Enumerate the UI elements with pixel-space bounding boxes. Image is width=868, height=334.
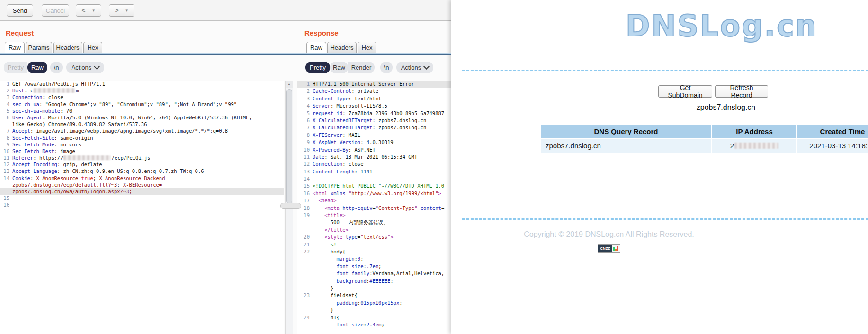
raw-button[interactable]: Raw <box>330 62 348 73</box>
line-content: request-id: 7ca78b4a-2396-43b0-89b5-6a74… <box>313 110 444 117</box>
line-number: 6 <box>297 117 313 124</box>
code-line: 23 fieldset{ <box>297 292 451 299</box>
code-line: 3Connection: close <box>0 94 284 100</box>
burp-repeater-window: Send Cancel < ▼ > ▼ Request Raw Params H… <box>0 0 451 334</box>
line-content: Accept-Encoding: gzip, deflate <box>12 161 102 168</box>
line-content: X-FEServer: MAIL <box>313 132 360 139</box>
code-line: padding:015px10px15px; <box>297 299 451 307</box>
tab-response-headers[interactable]: Headers <box>327 42 357 53</box>
code-line: </title> <box>297 226 451 234</box>
tab-response-hex[interactable]: Hex <box>358 42 376 53</box>
line-number: 5 <box>297 110 313 117</box>
tab-request-raw[interactable]: Raw <box>5 42 25 53</box>
code-line: 14Cookie: X-AnonResource=true; X-AnonRes… <box>0 175 284 181</box>
line-content: <!-- <box>313 241 342 248</box>
dnslog-browser-window: DNSLog.cn Get SubDomain Refresh Record z… <box>451 0 868 334</box>
line-number: 5 <box>0 108 12 114</box>
forward-button[interactable]: > ▼ <box>109 4 134 17</box>
scrollbar-thumb[interactable] <box>286 89 292 204</box>
line-content: sec-ch-ua: "Google Chrome";v="89", "Chro… <box>12 101 237 108</box>
chevron-down-icon <box>423 63 430 70</box>
back-icon: < <box>81 7 85 14</box>
line-content: X-Powered-By: ASP.NET <box>313 146 376 153</box>
line-content: Host: cm <box>12 87 79 94</box>
code-line: 3Content-Type: text/html <box>297 95 451 102</box>
code-line: 20 <style type="text/css"> <box>297 234 451 241</box>
code-line: 7X-CalculatedBETarget: zpobs7.dnslog.cn <box>297 124 451 131</box>
line-number: 4 <box>297 102 313 109</box>
actions-button[interactable]: Actions <box>66 62 104 73</box>
pretty-button[interactable]: Pretty <box>305 62 330 73</box>
actions-label: Actions <box>401 64 421 71</box>
table-header-created: Created Time <box>797 125 868 138</box>
linebreak-toggle-button[interactable]: \n <box>380 62 393 73</box>
line-content: Accept: image/avif,image/webp,image/apng… <box>12 127 228 134</box>
code-line: 10X-Powered-By: ASP.NET <box>297 146 451 153</box>
pretty-button[interactable]: Pretty <box>4 62 27 73</box>
send-button[interactable]: Send <box>7 4 33 17</box>
tab-underline <box>0 53 297 55</box>
line-content: } <box>313 285 333 292</box>
code-line: 7Accept: image/avif,image/webp,image/apn… <box>0 127 284 134</box>
code-line: margin:0; <box>297 255 451 262</box>
code-line: 13Content-Length: 1141 <box>297 168 451 175</box>
chevron-down-icon[interactable]: ▼ <box>125 9 129 13</box>
table-cell-ip: 2 <box>712 139 796 153</box>
cancel-button[interactable]: Cancel <box>42 4 69 17</box>
code-line: 17 <head> <box>297 197 451 204</box>
line-content: like Gecko) Chrome/89.0.4389.82 Safari/5… <box>12 121 147 127</box>
splitter-grip[interactable] <box>280 203 301 209</box>
actions-button[interactable]: Actions <box>396 62 433 73</box>
line-number: 8 <box>0 135 12 141</box>
forward-icon: > <box>115 7 118 14</box>
render-button[interactable]: Render <box>348 62 375 73</box>
line-content: Sec-Fetch-Mode: no-cors <box>12 141 81 148</box>
line-content: Content-Length: 1141 <box>313 168 372 175</box>
line-content: Content-Type: text/html <box>313 95 381 102</box>
tab-request-params[interactable]: Params <box>26 42 52 53</box>
line-content: h1{ <box>313 314 340 321</box>
line-number: 14 <box>0 175 12 181</box>
line-number: 4 <box>0 101 12 108</box>
code-line: font-family:Verdana,Arial,Helvetica, <box>297 270 451 277</box>
cnzz-badge[interactable]: CNZZ <box>598 244 620 253</box>
line-content: <style type="text/css"> <box>313 234 394 241</box>
redacted-text <box>63 155 111 160</box>
code-line: } <box>297 285 451 292</box>
linebreak-toggle-button[interactable]: \n <box>50 62 63 73</box>
line-number: 10 <box>297 146 313 153</box>
scroll-up-icon[interactable]: ▲ <box>286 81 293 88</box>
tab-response-raw[interactable]: Raw <box>306 42 326 53</box>
code-line: 9Sec-Fetch-Mode: no-cors <box>0 141 284 148</box>
code-line: 24 h1{ <box>297 314 451 321</box>
code-line: 18 <meta http-equiv="Content-Type" conte… <box>297 205 451 212</box>
line-content: zpobs7.dnslog.cn/ecp/default.flt?~3; X-B… <box>12 181 162 188</box>
line-content: font-family:Verdana,Arial,Helvetica, <box>313 270 444 277</box>
code-line: 13Accept-Language: zh-CN,zh;q=0.9,en-US;… <box>0 168 284 174</box>
line-content: Sec-Fetch-Site: same-origin <box>12 135 93 141</box>
current-subdomain: zpobs7.dnslog.cn <box>679 103 773 112</box>
raw-button[interactable]: Raw <box>27 62 47 73</box>
code-line: 6X-CalculatedBETarget: zpobs7.dnslog.cn <box>297 117 451 124</box>
request-editor[interactable]: 1GET /owa/auth/PeiQi.js HTTP/1.12Host: c… <box>0 81 284 334</box>
tab-request-hex[interactable]: Hex <box>83 42 102 53</box>
tab-request-headers[interactable]: Headers <box>53 42 82 53</box>
line-content: zpobs7.dnslog.cn/owa/auth/logon.aspx?~3; <box>12 188 132 195</box>
table-cell-created-time: 2021-03-13 14:18:30 <box>797 139 868 153</box>
response-editor[interactable]: 1HTTP/1.1 500 Internal Server Error2Cach… <box>297 81 451 334</box>
line-content: <meta http-equiv="Content-Type" content= <box>313 205 444 212</box>
chevron-down-icon[interactable]: ▼ <box>92 9 96 13</box>
redacted-ip <box>734 143 778 149</box>
line-content: margin:0; <box>313 255 364 262</box>
line-number: 2 <box>0 87 12 94</box>
code-line: 11Referer: https:///ecp/PeiQi.js <box>0 154 284 161</box>
line-number: 2 <box>297 88 313 95</box>
refresh-record-button[interactable]: Refresh Record <box>715 85 768 98</box>
line-content: Connection: close <box>12 94 63 100</box>
back-button[interactable]: < ▼ <box>76 4 101 17</box>
line-content: } <box>313 307 333 314</box>
get-subdomain-button[interactable]: Get SubDomain <box>658 85 712 98</box>
line-number: 6 <box>0 114 12 121</box>
line-number: 12 <box>0 161 12 168</box>
code-line: font-size:.7em; <box>297 263 451 270</box>
